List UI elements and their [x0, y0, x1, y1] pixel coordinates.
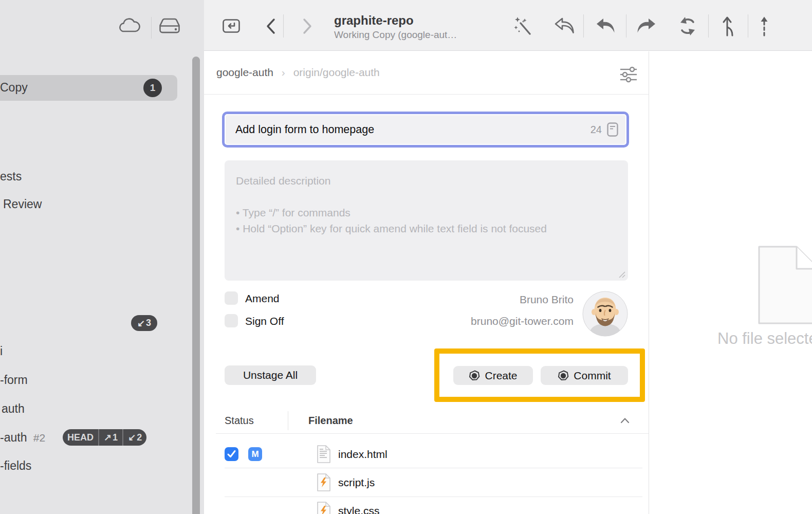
create-button[interactable]: Create: [453, 366, 533, 385]
local-device-icon[interactable]: [158, 17, 181, 35]
discard-icon[interactable]: [553, 16, 576, 36]
repo-title: graphite-repo: [334, 13, 457, 28]
back-icon[interactable]: [264, 17, 278, 35]
create-label: Create: [485, 370, 517, 382]
breadcrumb-chevron-icon: ›: [282, 66, 285, 78]
sidebar-item[interactable]: auth: [2, 402, 25, 416]
avatar[interactable]: [582, 291, 628, 337]
behind-count: 2: [137, 432, 142, 443]
file-row-name[interactable]: script.js: [338, 476, 375, 489]
character-count: 24: [590, 124, 602, 136]
branch-breadcrumb-bar: google-auth › origin/google-auth: [204, 51, 649, 95]
js-file-icon: [317, 473, 331, 492]
commit-description-textarea[interactable]: Detailed description • Type “/” for comm…: [225, 160, 628, 281]
amend-checkbox[interactable]: [225, 291, 238, 305]
push-icon[interactable]: [635, 16, 657, 36]
file-row-name[interactable]: style.css: [338, 505, 380, 514]
toolbar-divider: [708, 14, 709, 38]
cloud-icon[interactable]: [117, 17, 141, 35]
fetch-sync-icon[interactable]: [676, 15, 699, 37]
toolbar-divider: [283, 14, 284, 38]
sidebar-item-label: Copy: [0, 81, 28, 95]
main-toolbar: graphite-repo Working Copy (google-aut…: [204, 0, 812, 51]
toolbar-divider: [583, 14, 584, 38]
graphite-logo-icon: [469, 370, 480, 381]
sidebar: Copy 1 ests Review ↙ 3 i -form auth -aut…: [0, 0, 204, 514]
toolbar-divider: [748, 14, 748, 38]
ahead-count: 1: [113, 432, 118, 443]
magic-wand-icon[interactable]: [512, 15, 534, 37]
amend-label: Amend: [245, 292, 280, 305]
repo-subtitle: Working Copy (google-aut…: [334, 29, 457, 41]
column-divider[interactable]: [288, 411, 288, 430]
merge-branch-icon[interactable]: [721, 15, 736, 38]
behind-arrow-icon: ↙: [128, 432, 136, 443]
no-file-selected-message: No file selected: [717, 329, 812, 348]
toolbar-divider: [626, 14, 626, 38]
behind-count: 3: [146, 318, 151, 328]
sidebar-item[interactable]: i: [0, 344, 3, 358]
ahead-arrow-icon: ↗: [104, 432, 112, 443]
html-file-icon: [317, 445, 331, 464]
head-label: HEAD: [63, 429, 98, 446]
sidebar-item[interactable]: ests: [0, 170, 22, 183]
commit-button[interactable]: Commit: [541, 366, 628, 385]
behind-count-badge: ↙ 3: [131, 315, 157, 331]
ahead-segment: ↗ 1: [98, 429, 122, 446]
behind-arrow-icon: ↙: [137, 318, 145, 329]
subject-history-icon[interactable]: [607, 122, 618, 137]
filename-column-header[interactable]: Filename: [308, 415, 353, 427]
breadcrumb-current-branch[interactable]: google-auth: [216, 66, 273, 78]
branch-label: -auth: [0, 431, 27, 444]
description-hint-commands: • Type “/” for commands: [236, 205, 617, 221]
sort-direction-icon[interactable]: [620, 417, 630, 424]
signoff-checkbox[interactable]: [225, 314, 238, 327]
behind-segment: ↙ 2: [122, 429, 146, 446]
description-hint-amend: • Hold “Option” key for quick amend whil…: [236, 221, 617, 236]
graphite-logo-icon: [558, 370, 569, 381]
no-file-document-icon: [758, 245, 812, 325]
signoff-label: Sign Off: [245, 315, 284, 327]
breadcrumb[interactable]: google-auth › origin/google-auth: [216, 66, 380, 79]
stage-checkbox-checked[interactable]: [225, 447, 238, 461]
open-repository-icon[interactable]: [222, 16, 241, 35]
sidebar-item[interactable]: -fields: [0, 459, 31, 473]
filter-options-icon[interactable]: [618, 66, 639, 83]
unstage-all-button[interactable]: Unstage All: [225, 365, 316, 385]
commit-label: Commit: [574, 370, 611, 382]
author-email: bruno@git-tower.com: [411, 315, 574, 327]
sidebar-item[interactable]: -form: [0, 373, 28, 387]
push-dashed-icon[interactable]: [758, 15, 770, 38]
commit-subject-value: Add login form to homepage: [235, 123, 590, 136]
commit-subject-input[interactable]: Add login form to homepage 24: [222, 112, 629, 148]
sidebar-top-divider: [151, 17, 152, 39]
working-copy-count-badge: 1: [143, 79, 162, 97]
css-file-icon: [317, 501, 331, 514]
sidebar-item[interactable]: Review: [3, 197, 42, 211]
description-placeholder-title: Detailed description: [236, 173, 617, 189]
resize-handle-icon[interactable]: [619, 271, 625, 278]
sidebar-item-current-branch[interactable]: -auth #2: [0, 431, 45, 445]
sidebar-scrollbar[interactable]: [192, 57, 200, 514]
head-badge: HEAD ↗ 1 ↙ 2: [63, 429, 146, 446]
forward-icon[interactable]: [301, 17, 314, 35]
breadcrumb-target-branch[interactable]: origin/google-auth: [293, 66, 380, 78]
unstage-all-label: Unstage All: [243, 369, 298, 381]
status-column-header[interactable]: Status: [225, 415, 254, 427]
author-name: Bruno Brito: [411, 293, 574, 306]
window-title-block: graphite-repo Working Copy (google-aut…: [334, 13, 457, 41]
branch-number: #2: [33, 432, 45, 444]
modified-status-badge: M: [248, 447, 262, 461]
pull-icon[interactable]: [595, 16, 617, 36]
file-row-name[interactable]: index.html: [338, 448, 387, 461]
